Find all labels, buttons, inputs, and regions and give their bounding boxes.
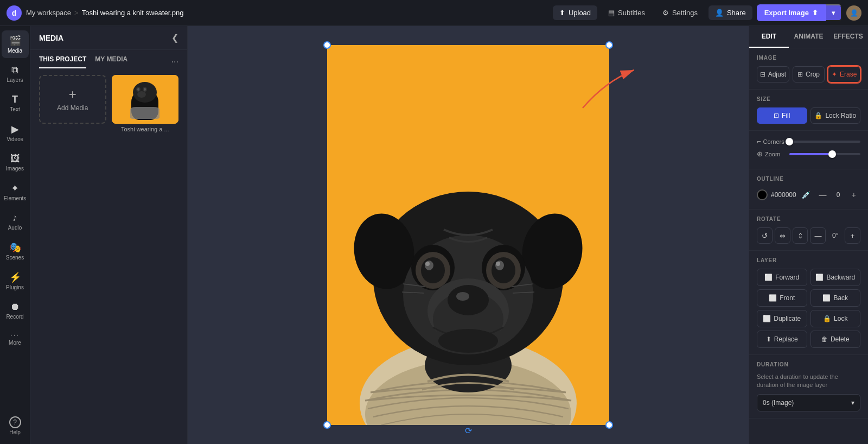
front-button[interactable]: ⬜ Front [757,289,807,307]
media-panel-close-button[interactable]: ❮ [171,33,178,43]
rotate-ccw-icon: ↺ [762,232,768,240]
corners-slider-thumb[interactable] [786,138,793,145]
erase-icon: ✦ [832,71,837,78]
forward-button[interactable]: ⬜ Forward [757,269,807,286]
flip-h-button[interactable]: ⇔ [775,227,790,244]
media-panel: MEDIA ❮ THIS PROJECT MY MEDIA ··· + Add … [30,26,188,444]
plugins-icon: ⚡ [9,271,21,283]
rotate-ccw-button[interactable]: ↺ [757,227,773,244]
back-icon: ⬜ [822,294,831,302]
flip-v-button[interactable]: ⇕ [793,227,808,244]
sidebar-item-audio[interactable]: ♪ Audio [2,208,29,235]
sidebar-item-more[interactable]: ··· More [2,326,29,350]
add-media-container: + Add Media [39,75,106,132]
sidebar-item-media[interactable]: 🎬 Media [2,30,29,58]
media-more-button[interactable]: ··· [171,57,178,67]
help-icon: ? [9,416,21,428]
add-media-button[interactable]: + Add Media [39,75,106,124]
scenes-icon: 🎭 [9,242,21,253]
zoom-label: ⊕ Zoom [757,150,785,158]
avatar[interactable]: 👤 [846,5,861,21]
share-button[interactable]: 👤 Share [709,5,752,20]
size-section: SIZE ⊡ Fill 🔒 Lock Ratio [749,90,868,131]
corners-row: ⌐ Corners [757,137,860,145]
svg-point-17 [496,262,500,266]
outline-plus-button[interactable]: + [847,187,860,202]
svg-point-12 [421,257,445,283]
filename-label: Toshi wearing a knit sweater.png [82,9,184,17]
lock-icon: 🔒 [823,315,831,322]
sliders-section: ⌐ Corners ⊕ Zoom [749,131,868,169]
sidebar-item-scenes[interactable]: 🎭 Scenes [2,237,29,265]
duration-select[interactable]: 0s (Image) ▾ [757,394,860,411]
handle-bottom-left[interactable] [323,421,331,429]
export-dropdown-button[interactable]: ▾ [826,4,842,21]
subtitles-button[interactable]: ▤ Subtitles [602,5,652,20]
media-item-toshi[interactable]: Toshi wearing a ... [112,75,179,132]
tab-animate[interactable]: ANIMATE [789,26,828,48]
sidebar-item-help[interactable]: ? Help [2,412,29,440]
lock-ratio-button[interactable]: 🔒 Lock Ratio [810,107,861,124]
image-section: IMAGE ⊟ Adjust ⊞ Crop ✦ Erase [749,48,868,90]
sidebar-item-layers[interactable]: ⧉ Layers [2,60,29,87]
handle-bottom-right[interactable] [605,421,613,429]
settings-button[interactable]: ⚙ Settings [656,5,704,20]
outline-color-swatch[interactable] [757,189,768,200]
layer-section: LAYER ⬜ Forward ⬜ Backward ⬜ Front ⬜ Bac… [749,251,868,355]
upload-button[interactable]: ⬆ Upload [553,5,597,20]
rotate-minus-button[interactable]: — [810,227,826,244]
front-icon: ⬜ [769,294,777,302]
workspace-link[interactable]: My workspace [26,9,71,17]
delete-button[interactable]: 🗑 Delete [810,331,861,348]
media-grid: + Add Media [30,68,187,139]
logo[interactable]: d [7,5,22,21]
duration-description: Select a duration to update the duration… [757,373,860,390]
media-icon: 🎬 [9,35,21,47]
duplicate-button[interactable]: ⬜ Duplicate [757,310,807,327]
audio-icon: ♪ [12,212,17,224]
outline-minus-button[interactable]: — [816,187,829,202]
handle-top-left[interactable] [323,41,331,49]
tab-this-project[interactable]: THIS PROJECT [39,55,86,68]
topbar: d My workspace > Toshi wearing a knit sw… [0,0,868,26]
sidebar-item-text[interactable]: T Text [2,90,29,117]
duration-chevron-icon: ▾ [851,399,854,407]
duplicate-icon: ⬜ [763,315,771,322]
topbar-actions: ⬆ Upload ▤ Subtitles ⚙ Settings 👤 Share … [553,4,861,21]
eyedropper-icon: 💉 [801,191,810,199]
tab-effects[interactable]: EFFECTS [828,26,868,48]
tab-edit[interactable]: EDIT [749,26,789,48]
zoom-slider[interactable] [789,153,860,155]
lock-button[interactable]: 🔒 Lock [810,310,861,327]
elements-icon: ✦ [11,182,19,194]
canvas-area[interactable]: ⟳ [188,26,749,444]
layer-grid: ⬜ Forward ⬜ Backward ⬜ Front ⬜ Back ⬜ [757,269,860,348]
outline-eyedropper-button[interactable]: 💉 [800,187,813,202]
sidebar-item-images[interactable]: 🖼 Images [2,149,29,176]
sidebar-item-elements[interactable]: ✦ Elements [2,178,29,206]
back-button[interactable]: ⬜ Back [810,289,861,307]
handle-top-right[interactable] [605,41,613,49]
duration-section-label: DURATION [757,361,860,367]
bottom-center-icon[interactable]: ⟳ [465,426,472,436]
rotate-plus-button[interactable]: + [845,227,860,244]
record-icon: ⏺ [10,301,20,313]
backward-icon: ⬜ [815,274,824,281]
export-button[interactable]: Export Image ⬆ [757,4,826,21]
delete-icon: 🗑 [821,335,828,343]
outline-row: #000000 💉 — 0 + [757,187,860,202]
fill-button[interactable]: ⊡ Fill [757,107,807,124]
sidebar-item-plugins[interactable]: ⚡ Plugins [2,267,29,295]
crop-button[interactable]: ⊞ Crop [793,66,825,83]
sidebar-item-record[interactable]: ⏺ Record [2,297,29,324]
tab-my-media[interactable]: MY MEDIA [95,55,127,68]
replace-button[interactable]: ⬆ Replace [757,331,807,348]
adjust-button[interactable]: ⊟ Adjust [757,66,789,83]
backward-button[interactable]: ⬜ Backward [810,269,861,286]
corners-icon: ⌐ [757,137,761,145]
zoom-slider-thumb[interactable] [828,150,836,158]
image-section-label: IMAGE [757,55,860,61]
sidebar-item-videos[interactable]: ▶ Videos [2,119,29,147]
corners-slider[interactable] [789,141,860,143]
erase-button[interactable]: ✦ Erase [828,66,860,83]
